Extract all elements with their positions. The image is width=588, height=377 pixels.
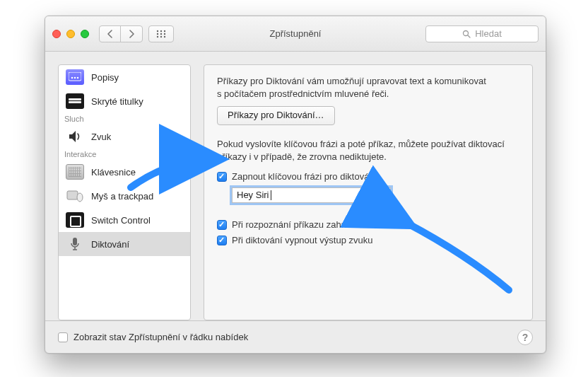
- svg-line-10: [468, 35, 470, 37]
- preferences-window: Zpřístupnění Hledat Popisy Skryté titulk…: [45, 16, 546, 354]
- svg-point-3: [157, 33, 158, 34]
- enable-phrase-row[interactable]: Zapnout klíčovou frázi pro diktování:: [217, 170, 519, 183]
- mute-output-label: Při diktování vypnout výstup zvuku: [232, 234, 372, 247]
- key-phrase-value: Hey Siri: [237, 189, 269, 202]
- svg-point-16: [77, 193, 83, 202]
- search-placeholder: Hledat: [475, 28, 502, 39]
- sidebar-item-popisy[interactable]: Popisy: [59, 65, 190, 89]
- enable-phrase-label: Zapnout klíčovou frázi pro diktování:: [232, 170, 380, 183]
- content-area: Popisy Skryté titulky Sluch Zvuk Interak…: [45, 52, 546, 320]
- sidebar-section-interakce: Interakce: [59, 149, 190, 160]
- svg-point-7: [160, 35, 162, 37]
- svg-point-1: [160, 30, 162, 31]
- svg-rect-15: [67, 191, 78, 199]
- sidebar-item-label: Popisy: [91, 72, 119, 83]
- play-sound-row[interactable]: Při rozpoznání příkazu zahrát zvuk: [217, 219, 519, 231]
- keyboard-icon: [66, 164, 84, 180]
- sidebar: Popisy Skryté titulky Sluch Zvuk Interak…: [58, 64, 191, 320]
- titlebar: Zpřístupnění Hledat: [45, 16, 546, 52]
- captions-icon: [66, 93, 84, 109]
- svg-point-4: [160, 33, 162, 34]
- switch-control-icon: [66, 212, 84, 228]
- sidebar-item-label: Klávesnice: [91, 167, 136, 178]
- main-pane: Příkazy pro Diktování vám umožňují uprav…: [204, 64, 533, 320]
- svg-point-9: [464, 30, 469, 35]
- back-button[interactable]: [100, 26, 121, 42]
- zoom-button[interactable]: [81, 30, 89, 38]
- play-sound-checkbox[interactable]: [217, 220, 227, 230]
- svg-point-5: [164, 33, 165, 34]
- svg-point-0: [157, 30, 158, 31]
- footer: Zobrazit stav Zpřístupnění v řádku nabíd…: [45, 320, 546, 353]
- svg-point-12: [71, 77, 74, 79]
- sidebar-item-mys[interactable]: Myš a trackpad: [59, 184, 190, 208]
- svg-rect-17: [73, 238, 77, 245]
- svg-point-8: [164, 35, 165, 37]
- dictation-icon: [66, 236, 84, 252]
- enable-phrase-checkbox[interactable]: [217, 172, 227, 182]
- help-button[interactable]: ?: [517, 330, 533, 345]
- sidebar-item-klavesnice[interactable]: Klávesnice: [59, 160, 190, 184]
- play-sound-label: Při rozpoznání příkazu zahrát zvuk: [232, 219, 373, 231]
- sidebar-item-diktovani[interactable]: Diktování: [59, 232, 190, 256]
- window-controls: [52, 30, 89, 38]
- nav-buttons: [99, 25, 143, 42]
- svg-point-6: [157, 35, 158, 37]
- svg-point-2: [164, 30, 165, 31]
- sidebar-item-label: Zvuk: [91, 132, 111, 142]
- mouse-trackpad-icon: [66, 188, 84, 204]
- sidebar-item-switch[interactable]: Switch Control: [59, 208, 190, 232]
- show-all-button[interactable]: [148, 25, 174, 42]
- intro-text: Příkazy pro Diktování vám umožňují uprav…: [217, 75, 519, 100]
- minimize-button[interactable]: [66, 30, 75, 38]
- dictation-commands-button[interactable]: Příkazy pro Diktování…: [217, 106, 335, 124]
- sidebar-item-label: Skryté titulky: [91, 96, 143, 107]
- close-button[interactable]: [52, 30, 61, 38]
- search-field[interactable]: Hledat: [425, 25, 539, 42]
- sidebar-section-sluch: Sluch: [59, 113, 190, 124]
- svg-point-14: [77, 77, 79, 79]
- svg-rect-11: [69, 72, 81, 81]
- mute-output-checkbox[interactable]: [217, 236, 227, 245]
- descriptions-icon: [66, 69, 84, 85]
- show-status-checkbox[interactable]: [58, 332, 68, 342]
- sidebar-item-titulky[interactable]: Skryté titulky: [59, 89, 190, 113]
- show-status-label: Zobrazit stav Zpřístupnění v řádku nabíd…: [74, 332, 248, 342]
- svg-point-13: [74, 77, 76, 79]
- sidebar-item-zvuk[interactable]: Zvuk: [59, 124, 190, 149]
- sidebar-item-label: Switch Control: [91, 215, 151, 226]
- mute-output-row[interactable]: Při diktování vypnout výstup zvuku: [217, 234, 519, 247]
- forward-button[interactable]: [121, 26, 142, 42]
- audio-icon: [66, 129, 84, 144]
- sidebar-item-label: Myš a trackpad: [91, 191, 153, 202]
- text-caret: [271, 190, 271, 200]
- key-phrase-input[interactable]: Hey Siri: [232, 187, 391, 203]
- search-icon: [462, 30, 471, 38]
- phrase-info-text: Pokud vyslovíte klíčovou frázi a poté př…: [217, 138, 519, 163]
- sidebar-item-label: Diktování: [91, 239, 129, 250]
